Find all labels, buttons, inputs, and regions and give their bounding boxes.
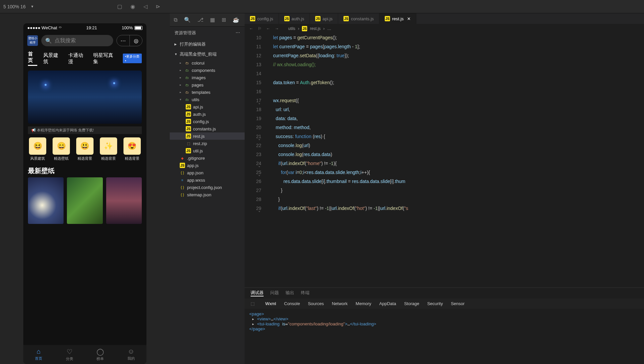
tree-folder[interactable]: ▸🗀pages xyxy=(170,81,245,89)
devtools-tool-tab[interactable]: Sensor xyxy=(451,301,465,306)
tree-file[interactable]: { }sitemap.json xyxy=(170,191,245,198)
editor-tab[interactable]: JSconstants.js xyxy=(338,13,379,24)
phone-icon[interactable]: ▢ xyxy=(117,3,122,10)
tab-profile[interactable]: ☺我的 xyxy=(127,348,135,361)
hero-banner[interactable] xyxy=(28,71,142,124)
emoji-icon: 😄 xyxy=(53,137,70,155)
back-icon[interactable]: ◁ xyxy=(143,3,147,10)
editor-tab[interactable]: JSrest.js✕ xyxy=(379,13,416,24)
mini-program-capsule[interactable]: ⋯◎ xyxy=(116,35,142,46)
close-icon[interactable]: ✕ xyxy=(407,16,411,21)
arrow-left-icon[interactable]: ← xyxy=(266,26,270,31)
more-icon[interactable]: ⋯ xyxy=(236,30,240,36)
tree-folder[interactable]: ▸🗀components xyxy=(170,67,245,74)
devtools-tool-tab[interactable]: Sources xyxy=(308,301,324,306)
close-capsule-icon[interactable]: ◎ xyxy=(129,35,142,46)
devtools-tool-tab[interactable]: Storage xyxy=(404,301,419,306)
category-item[interactable]: 😍精选背景 xyxy=(123,137,141,161)
tab-stars[interactable]: 明星写真集 xyxy=(93,52,117,65)
devtools-tool-tab[interactable]: Network xyxy=(332,301,348,306)
open-editors-section[interactable]: ▶打开的编辑器 xyxy=(170,39,245,49)
tree-file[interactable]: { }app.json xyxy=(170,169,245,176)
tree-folder[interactable]: ▸🗀templates xyxy=(170,89,245,96)
debug-icon[interactable]: ⊞ xyxy=(222,17,226,23)
devtools-tab[interactable]: 终端 xyxy=(301,290,310,296)
folder-icon: 🗀 xyxy=(184,68,190,73)
fold-icon[interactable]: ⌄ xyxy=(258,206,261,215)
ext-icon[interactable]: ▦ xyxy=(210,17,215,23)
devtools-tool-tab[interactable]: Wxml xyxy=(265,301,276,306)
back-icon[interactable]: ← xyxy=(249,26,253,31)
bookmark-icon[interactable]: ⚐ xyxy=(258,26,262,31)
line-number: 14 xyxy=(245,69,261,78)
chevron-down-icon: ▼ xyxy=(174,53,178,56)
wxml-tree[interactable]: <page> ▸ <view>…</view> ▸ <tui-loading i… xyxy=(245,309,644,364)
tree-file[interactable]: ≡app.wxss xyxy=(170,176,245,184)
wallpaper-thumb[interactable] xyxy=(28,177,64,224)
heart-icon: ♡ xyxy=(67,348,73,356)
js-icon: JS xyxy=(385,16,390,21)
devtools-tab[interactable]: 问题 xyxy=(270,290,279,296)
search-icon[interactable]: 🔍 xyxy=(184,17,191,23)
devtools-tab[interactable]: 调试器 xyxy=(251,290,264,296)
chevron-right-icon: ▸ xyxy=(180,91,182,94)
tree-file[interactable]: ◆.gitignore xyxy=(170,154,245,162)
editor-tab[interactable]: JSapi.js xyxy=(310,13,338,24)
menu-icon[interactable]: ⋯ xyxy=(117,35,129,46)
code-editor[interactable]: 1011121314151617⌄18192021⌄222324⌄25⌄2627… xyxy=(245,33,644,287)
line-number: 12 xyxy=(245,51,261,60)
battery-icon xyxy=(134,26,142,30)
tree-file[interactable]: ⬚rest.zip xyxy=(170,140,245,147)
element-picker-icon[interactable]: ⬚ xyxy=(251,301,255,306)
chevron-down-icon[interactable]: ▼ xyxy=(31,5,34,8)
tree-file[interactable]: JSapp.js xyxy=(170,162,245,169)
tab-scenery[interactable]: 风景建筑 xyxy=(43,52,62,65)
tab-home[interactable]: ⌂首页 xyxy=(35,348,42,361)
tab-cartoon[interactable]: 卡通动漫 xyxy=(68,52,87,65)
tree-file[interactable]: JSconfig.js xyxy=(170,118,245,125)
devtools-tab[interactable]: 输出 xyxy=(286,290,294,296)
editor-tab[interactable]: JSconfig.js xyxy=(245,13,279,24)
tree-folder[interactable]: ▸🗀images xyxy=(170,74,245,81)
category-item[interactable]: ✨精选背景 xyxy=(100,137,117,161)
tree-file[interactable]: { }project.config.json xyxy=(170,184,245,191)
category-item[interactable]: 😆风景建筑 xyxy=(29,137,46,161)
tree-file[interactable]: JSconstants.js xyxy=(170,125,245,132)
cup-icon[interactable]: ☕ xyxy=(233,17,239,23)
wallpaper-thumb[interactable] xyxy=(67,177,103,224)
arrow-right-icon[interactable]: → xyxy=(275,26,279,31)
wallpaper-thumb[interactable] xyxy=(106,177,142,224)
forward-icon[interactable]: ⊳ xyxy=(156,3,160,10)
file-icon: { } xyxy=(180,170,185,175)
devtools-tool-tab[interactable]: Security xyxy=(427,301,443,306)
devtools-tool-tab[interactable]: Memory xyxy=(356,301,371,306)
branch-icon[interactable]: ⎇ xyxy=(197,17,203,23)
crumb-folder[interactable]: utils xyxy=(288,26,295,31)
tree-folder-utils[interactable]: ▾🗀utils xyxy=(170,96,245,103)
record-icon[interactable]: ◉ xyxy=(130,3,135,10)
zoom-indicator[interactable]: 5 100% 16 xyxy=(3,4,26,9)
category-item[interactable]: 😃精选背景 xyxy=(76,137,94,161)
tree-file[interactable]: JSrest.js xyxy=(170,132,245,140)
line-number: 27 xyxy=(245,186,261,195)
more-categories-button[interactable]: •更多分类• xyxy=(123,54,142,63)
tree-file[interactable]: JSutil.js xyxy=(170,147,245,154)
category-item[interactable]: 😄精选壁纸 xyxy=(53,137,70,161)
crumb-file[interactable]: rest.js xyxy=(310,26,321,31)
crumb-more[interactable]: … xyxy=(327,26,331,31)
search-input[interactable]: 🔍点我搜索 xyxy=(41,35,113,46)
title-bar: 5 100% 16 ▼ ▢ ◉ ◁ ⊳ xyxy=(0,0,644,13)
file-icon: JS xyxy=(186,111,191,117)
devtools-tool-tab[interactable]: AppData xyxy=(379,301,396,306)
devtools-tool-tab[interactable]: Console xyxy=(284,301,300,306)
tree-file[interactable]: JSapi.js xyxy=(170,103,245,110)
tab-home[interactable]: 首页 xyxy=(28,51,37,66)
tab-category[interactable]: ♡分类 xyxy=(66,348,73,361)
tree-folder[interactable]: ▸🗀colorui xyxy=(170,59,245,67)
tree-file[interactable]: JSauth.js xyxy=(170,110,245,118)
editor-tab[interactable]: JSauth.js xyxy=(279,13,310,24)
project-section[interactable]: ▼高端黑金壁纸_前端 xyxy=(170,49,245,59)
line-number: 25⌄ xyxy=(245,168,261,177)
tab-rank[interactable]: ◯榜单 xyxy=(97,348,104,361)
copy-icon[interactable]: ⧉ xyxy=(174,17,177,23)
